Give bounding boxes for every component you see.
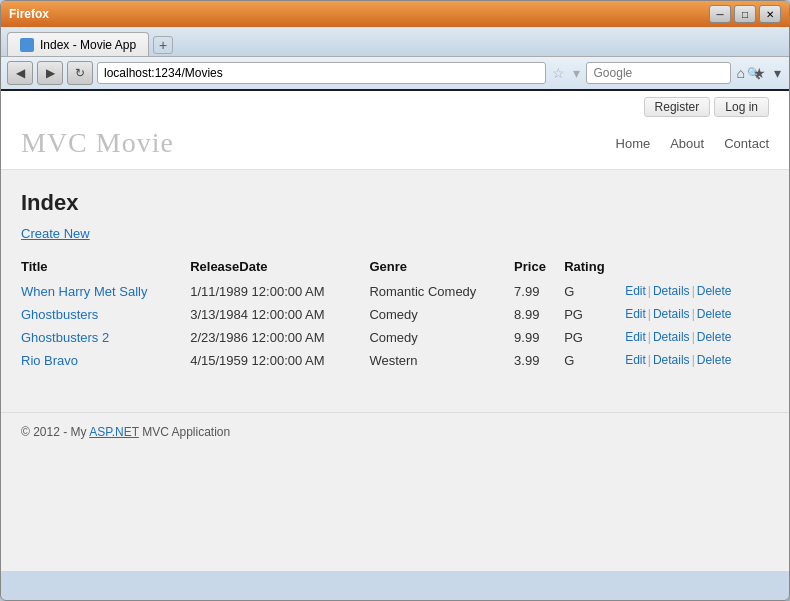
nav-contact[interactable]: Contact (724, 136, 769, 151)
movie-title-link[interactable]: Ghostbusters (21, 307, 98, 322)
cell-price: 8.99 (514, 303, 564, 326)
cell-actions: Edit | Details | Delete (625, 280, 769, 303)
delete-link[interactable]: Delete (697, 307, 732, 321)
cell-rating: G (564, 280, 625, 303)
details-link[interactable]: Details (653, 307, 690, 321)
movies-table: Title ReleaseDate Genre Price Rating Whe… (21, 255, 769, 372)
col-release-date: ReleaseDate (190, 255, 369, 280)
movie-title-link[interactable]: Ghostbusters 2 (21, 330, 109, 345)
table-row: Ghostbusters 3/13/1984 12:00:00 AM Comed… (21, 303, 769, 326)
delete-link[interactable]: Delete (697, 284, 732, 298)
footer-asp-link[interactable]: ASP.NET (89, 425, 139, 439)
edit-link[interactable]: Edit (625, 307, 646, 321)
col-rating: Rating (564, 255, 625, 280)
col-price: Price (514, 255, 564, 280)
cell-genre: Comedy (369, 303, 514, 326)
cell-actions: Edit | Details | Delete (625, 326, 769, 349)
cell-rating: PG (564, 303, 625, 326)
main-content: Index Create New Title ReleaseDate Genre… (1, 170, 789, 392)
col-genre: Genre (369, 255, 514, 280)
site-nav: MVC Movie Home About Contact (21, 119, 769, 169)
bookmarks-button[interactable]: ★ (751, 65, 768, 81)
cell-release-date: 1/11/1989 12:00:00 AM (190, 280, 369, 303)
menu-button[interactable]: ▾ (772, 65, 783, 81)
edit-link[interactable]: Edit (625, 353, 646, 367)
footer-copyright: © 2012 - My (21, 425, 89, 439)
header-auth-buttons: Register Log in (21, 91, 769, 119)
table-row: Rio Bravo 4/15/1959 12:00:00 AM Western … (21, 349, 769, 372)
forward-button[interactable]: ▶ (37, 61, 63, 85)
site-header: Register Log in MVC Movie Home About Con… (1, 91, 789, 170)
address-input[interactable] (97, 62, 546, 84)
cell-actions: Edit | Details | Delete (625, 303, 769, 326)
tab-title: Index - Movie App (40, 38, 136, 52)
table-row: When Harry Met Sally 1/11/1989 12:00:00 … (21, 280, 769, 303)
nav-home[interactable]: Home (616, 136, 651, 151)
cell-release-date: 4/15/1959 12:00:00 AM (190, 349, 369, 372)
details-link[interactable]: Details (653, 284, 690, 298)
details-link[interactable]: Details (653, 330, 690, 344)
col-actions (625, 255, 769, 280)
cell-genre: Comedy (369, 326, 514, 349)
page-content: Register Log in MVC Movie Home About Con… (1, 91, 789, 571)
cell-price: 7.99 (514, 280, 564, 303)
browser-name-label: Firefox (9, 7, 49, 21)
cell-price: 9.99 (514, 326, 564, 349)
register-button[interactable]: Register (644, 97, 711, 117)
movie-title-link[interactable]: When Harry Met Sally (21, 284, 147, 299)
cell-price: 3.99 (514, 349, 564, 372)
maximize-button[interactable]: □ (734, 5, 756, 23)
create-new-link[interactable]: Create New (21, 226, 90, 241)
delete-link[interactable]: Delete (697, 353, 732, 367)
cell-genre: Western (369, 349, 514, 372)
cell-release-date: 3/13/1984 12:00:00 AM (190, 303, 369, 326)
address-bar: ◀ ▶ ↻ ☆ ▾ 🔍 ⌂ ★ ▾ (1, 57, 789, 91)
cell-rating: PG (564, 326, 625, 349)
details-link[interactable]: Details (653, 353, 690, 367)
movie-title-link[interactable]: Rio Bravo (21, 353, 78, 368)
active-tab[interactable]: Index - Movie App (7, 32, 149, 56)
main-nav: Home About Contact (616, 136, 769, 151)
site-title: MVC Movie (21, 127, 174, 159)
tab-favicon (20, 38, 34, 52)
cell-rating: G (564, 349, 625, 372)
bookmark-star-icon[interactable]: ☆ (550, 65, 567, 81)
home-button[interactable]: ⌂ (735, 65, 747, 81)
site-footer: © 2012 - My ASP.NET MVC Application (1, 412, 789, 451)
bookmark-dropdown-icon[interactable]: ▾ (571, 65, 582, 81)
delete-link[interactable]: Delete (697, 330, 732, 344)
nav-about[interactable]: About (670, 136, 704, 151)
back-button[interactable]: ◀ (7, 61, 33, 85)
col-title: Title (21, 255, 190, 280)
new-tab-button[interactable]: + (153, 36, 173, 54)
footer-suffix: MVC Application (139, 425, 230, 439)
page-title: Index (21, 190, 769, 216)
minimize-button[interactable]: ─ (709, 5, 731, 23)
cell-genre: Romantic Comedy (369, 280, 514, 303)
refresh-button[interactable]: ↻ (67, 61, 93, 85)
login-button[interactable]: Log in (714, 97, 769, 117)
window-controls: ─ □ ✕ (709, 5, 781, 23)
cell-title: Ghostbusters (21, 303, 190, 326)
cell-title: Ghostbusters 2 (21, 326, 190, 349)
browser-window: Firefox ─ □ ✕ Index - Movie App + ◀ ▶ ↻ … (0, 0, 790, 601)
cell-title: When Harry Met Sally (21, 280, 190, 303)
cell-release-date: 2/23/1986 12:00:00 AM (190, 326, 369, 349)
tab-bar: Index - Movie App + (1, 27, 789, 57)
search-input[interactable] (594, 66, 744, 80)
title-bar: Firefox ─ □ ✕ (1, 1, 789, 27)
close-button[interactable]: ✕ (759, 5, 781, 23)
edit-link[interactable]: Edit (625, 284, 646, 298)
cell-title: Rio Bravo (21, 349, 190, 372)
cell-actions: Edit | Details | Delete (625, 349, 769, 372)
edit-link[interactable]: Edit (625, 330, 646, 344)
table-row: Ghostbusters 2 2/23/1986 12:00:00 AM Com… (21, 326, 769, 349)
